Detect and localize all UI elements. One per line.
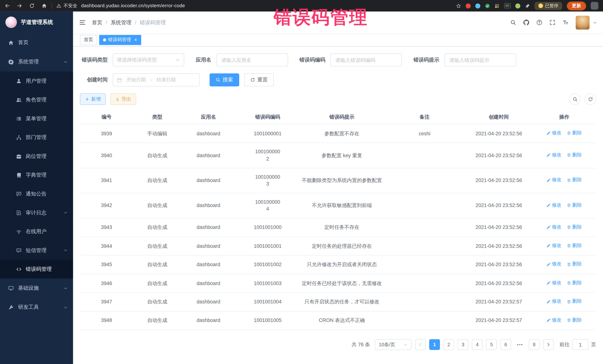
pager-page-8[interactable]: 8: [529, 339, 540, 350]
sidebar-item-post-management[interactable]: 岗位管理: [0, 147, 73, 166]
pager-page-3[interactable]: 3: [458, 339, 468, 350]
extension-icon-grid[interactable]: [494, 3, 499, 8]
sidebar-item-audit-log[interactable]: 审计日志: [0, 203, 73, 222]
cell-type: 自动生成: [133, 237, 181, 255]
sidebar-item-system-management[interactable]: 系统管理: [0, 52, 73, 72]
security-indicator[interactable]: 不安全: [57, 2, 77, 9]
edit-link[interactable]: 修改: [546, 152, 561, 158]
sidebar-item-infrastructure[interactable]: 基础设施: [0, 278, 73, 298]
sidebar-item-menu-management[interactable]: 菜单管理: [0, 109, 73, 128]
sidebar-item-role-management[interactable]: 角色管理: [0, 90, 73, 109]
reset-button[interactable]: 重置: [244, 73, 274, 86]
edit-link[interactable]: 修改: [546, 177, 561, 184]
pager-page-1[interactable]: 1: [429, 339, 440, 350]
cell-id: 3939: [80, 124, 133, 143]
next-page-button[interactable]: [543, 339, 554, 350]
edit-link[interactable]: 修改: [546, 224, 561, 230]
sidebar-item-dict-management[interactable]: 字典管理: [0, 165, 73, 184]
pager-page-5[interactable]: 5: [486, 339, 497, 350]
error-code-table: 编号类型应用名错误码编码错误码提示备注创建时间操作 3939手动编辑dashbo…: [80, 110, 596, 330]
goto-page-input[interactable]: [572, 339, 588, 350]
sidebar-item-online-users[interactable]: 在线用户: [0, 222, 73, 241]
close-icon[interactable]: ×: [134, 37, 137, 42]
error-message-input[interactable]: [444, 53, 516, 66]
chevron-down-icon[interactable]: [593, 21, 597, 24]
edit-link[interactable]: 修改: [546, 317, 561, 323]
edit-link[interactable]: 修改: [546, 130, 561, 137]
sidebar-item-sms-management[interactable]: 短信管理: [0, 241, 73, 260]
export-button[interactable]: 导出: [110, 93, 136, 105]
delete-link[interactable]: 删除: [567, 261, 582, 268]
app-name-input[interactable]: [216, 53, 288, 66]
delete-link[interactable]: 删除: [567, 224, 582, 230]
sidebar-item-notice[interactable]: 通知公告: [0, 184, 73, 203]
filter-label-error-type: 错误码类型: [80, 56, 108, 63]
prev-page-button[interactable]: [415, 339, 426, 350]
sidebar-item-home[interactable]: 首页: [0, 33, 73, 52]
avatar[interactable]: [576, 16, 590, 30]
extension-icon-on[interactable]: on: [504, 3, 510, 9]
browser-back-icon[interactable]: [5, 3, 10, 9]
edit-link[interactable]: 修改: [546, 243, 561, 249]
edit-link[interactable]: 修改: [546, 261, 561, 268]
end-date-input[interactable]: [154, 77, 178, 83]
browser-profile-avatar[interactable]: [591, 2, 598, 10]
error-type-select[interactable]: 请选择错误码类型: [113, 53, 184, 66]
pager-page-6[interactable]: 6: [500, 339, 511, 350]
address-bar[interactable]: dashboard.yudao.iocoder.cn/system/error-…: [81, 3, 185, 9]
sidebar-item-dev-tools[interactable]: 研发工具: [0, 298, 73, 317]
pager-page-4[interactable]: 4: [472, 339, 483, 350]
sidebar-item-dept-management[interactable]: 部门管理: [0, 128, 73, 147]
delete-link[interactable]: 删除: [567, 152, 582, 158]
edit-link[interactable]: 修改: [546, 280, 561, 286]
start-date-input[interactable]: [124, 77, 148, 83]
browser-reload-icon[interactable]: [29, 3, 35, 9]
extension-icon-red[interactable]: [465, 3, 471, 8]
help-icon[interactable]: [536, 20, 542, 25]
delete-link[interactable]: 删除: [567, 243, 582, 249]
sidebar-item-label: 部门管理: [26, 134, 46, 141]
pager-page-2[interactable]: 2: [443, 339, 454, 350]
breadcrumb-item[interactable]: 系统管理: [111, 19, 131, 26]
date-range-picker[interactable]: -: [113, 73, 199, 86]
add-button[interactable]: 新增: [80, 93, 106, 105]
browser-forward-icon[interactable]: [17, 3, 22, 9]
extension-icon-blue[interactable]: [475, 3, 480, 8]
tag-error-code[interactable]: 错误码管理×: [99, 35, 141, 45]
browser-home-icon[interactable]: [42, 3, 47, 9]
page-size-select[interactable]: 10条/页: [375, 339, 412, 350]
edit-link[interactable]: 修改: [546, 298, 561, 305]
edit-link[interactable]: 修改: [546, 202, 561, 209]
toggle-search-button[interactable]: [569, 93, 581, 105]
hamburger-icon[interactable]: [79, 19, 86, 26]
cell-message: 只有开启状态的任务，才可以修改: [300, 293, 384, 311]
extension-icon-check[interactable]: [485, 3, 490, 8]
header-search-icon[interactable]: [510, 20, 516, 25]
extension-icon-green[interactable]: [515, 3, 520, 8]
tag-home[interactable]: 首页: [80, 35, 97, 45]
pin-icon[interactable]: [525, 3, 530, 8]
app-logo[interactable]: 芋道管理系统: [0, 11, 73, 33]
delete-link[interactable]: 删除: [567, 202, 582, 209]
delete-link[interactable]: 删除: [567, 177, 582, 184]
breadcrumb-item[interactable]: 首页: [92, 19, 102, 26]
active-dot-icon: [103, 38, 106, 41]
caret-down-icon: [63, 210, 68, 215]
refresh-table-button[interactable]: [585, 93, 596, 105]
delete-link[interactable]: 删除: [567, 298, 582, 305]
org-icon: [16, 134, 22, 140]
fullscreen-icon[interactable]: [550, 20, 555, 25]
bookmark-star-icon[interactable]: [456, 3, 461, 8]
sidebar-item-user-management[interactable]: 用户管理: [0, 72, 73, 90]
github-icon[interactable]: [523, 20, 529, 25]
sidebar-item-error-code-management[interactable]: 错误码管理: [0, 260, 73, 278]
delete-link[interactable]: 删除: [567, 130, 582, 137]
error-code-input[interactable]: [330, 53, 402, 66]
font-size-icon[interactable]: [563, 20, 568, 25]
search-button[interactable]: 搜索: [210, 73, 239, 86]
delete-link[interactable]: 删除: [567, 280, 582, 286]
paused-badge[interactable]: 已暂停: [534, 2, 562, 10]
delete-link[interactable]: 删除: [567, 317, 582, 323]
pager-ellipsis[interactable]: •••: [514, 339, 525, 350]
update-button[interactable]: 更新: [567, 1, 586, 10]
